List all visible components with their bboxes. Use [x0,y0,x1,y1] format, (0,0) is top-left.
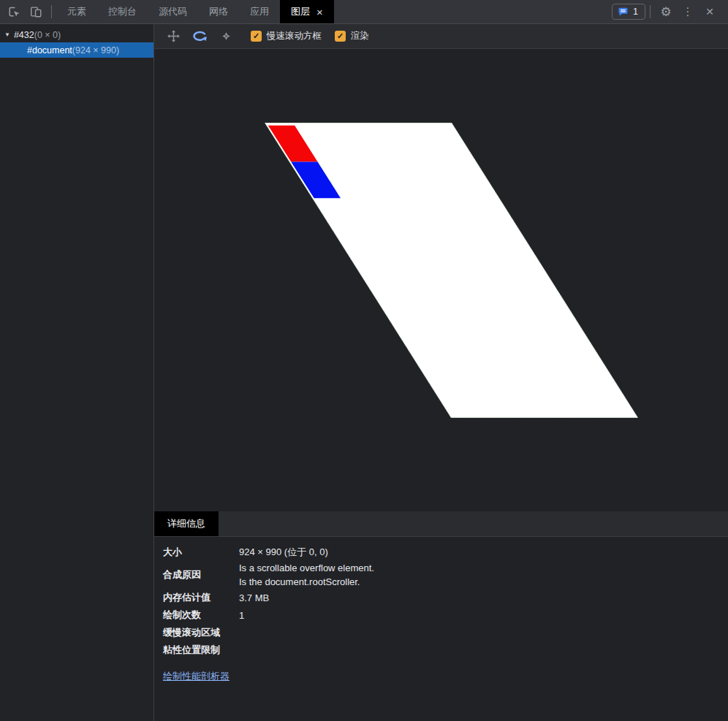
layer-size: (924 × 990) [72,45,119,56]
close-layers-tab-icon[interactable]: × [316,7,323,18]
settings-button[interactable]: ⚙ [655,1,677,23]
detail-row-size: 大小 924 × 990 (位于 0, 0) [163,543,718,561]
toggle-device-toolbar-button[interactable] [25,0,47,23]
detail-value: 924 × 990 (位于 0, 0) [239,546,328,559]
detail-value: Is a scrollable overflow element. Is the… [239,561,374,589]
layer-name: #document [27,45,72,56]
panel-tabs: 元素 控制台 源代码 网络 应用 图层 × [56,0,334,23]
detail-value: 1 [239,610,244,621]
close-devtools-button[interactable]: ✕ [699,1,721,23]
detail-label: 合成原因 [163,568,239,581]
issues-count: 1 [633,7,638,17]
details-tab-bar: 详细信息 [154,511,728,537]
close-icon: ✕ [705,6,714,18]
slow-scroll-rects-toggle[interactable]: ✓ 慢速滚动方框 [251,30,322,42]
tab-elements[interactable]: 元素 [56,0,97,23]
tab-console[interactable]: 控制台 [97,0,148,23]
device-toolbar-icon [29,5,42,18]
check-icon: ✓ [337,32,344,40]
blue-paint-rect [291,161,341,198]
layers-view-toolbar: ✓ 慢速滚动方框 ✓ 渲染 [154,24,728,49]
paints-label[interactable]: 渲染 [351,30,369,42]
collapse-arrows-icon [219,29,233,43]
detail-label: 内存估计值 [163,591,239,604]
inspect-cursor-icon [7,5,20,18]
layer-size: (0 × 0) [34,30,61,40]
tab-details[interactable]: 详细信息 [154,511,219,536]
tab-sources[interactable]: 源代码 [148,0,198,23]
checkbox-checked[interactable]: ✓ [251,31,262,42]
detail-value: 3.7 MB [239,592,269,603]
compositing-reason-2: Is the document.rootScroller. [239,575,374,589]
issues-icon [618,7,629,17]
pan-move-icon [167,29,181,43]
detail-row-slow-scroll-regions: 缓慢滚动区域 [163,624,718,641]
paint-profiler-link[interactable]: 绘制性能剖析器 [163,670,230,683]
reset-view-button[interactable] [214,26,238,47]
check-icon: ✓ [253,32,259,40]
tab-layers[interactable]: 图层 × [280,0,334,23]
issues-counter-button[interactable]: 1 [612,4,645,20]
detail-row-compositing-reasons: 合成原因 Is a scrollable overflow element. I… [163,561,718,589]
red-paint-rect [268,126,318,162]
detail-label: 大小 [163,546,239,559]
detail-row-memory: 内存估计值 3.7 MB [163,589,718,606]
detail-row-sticky-constraints: 粘性位置限制 [163,641,718,659]
toolbar-divider [51,5,52,18]
layer-name: #432 [14,30,34,40]
paints-toggle[interactable]: ✓ 渲染 [335,30,369,42]
chevron-down-icon[interactable]: ▼ [4,31,10,38]
topbar-right-controls: 1 ⚙ ⋮ ✕ [612,0,728,23]
toolbar-divider [650,5,651,18]
layer-details-panel: 详细信息 大小 924 × 990 (位于 0, 0) 合成原因 Is a sc… [154,511,728,721]
tab-network[interactable]: 网络 [198,0,239,23]
rotate-mode-button[interactable] [188,26,211,47]
slow-scroll-rects-label[interactable]: 慢速滚动方框 [267,30,322,42]
detail-row-paint-count: 绘制次数 1 [163,606,718,624]
detail-label: 缓慢滚动区域 [163,626,239,639]
layers-tree-panel: ▼ #432(0 × 0) #document(924 × 990) [0,24,154,721]
layer-tree-item-document[interactable]: #document(924 × 990) [0,42,153,58]
devtools-tab-bar: 元素 控制台 源代码 网络 应用 图层 × 1 ⚙ ⋮ ✕ [0,0,728,24]
inspect-element-button[interactable] [3,0,25,23]
gear-icon: ⚙ [660,4,671,20]
detail-label: 粘性位置限制 [163,644,239,657]
compositing-reason-1: Is a scrollable overflow element. [239,561,374,575]
detail-label: 绘制次数 [163,609,239,622]
rotate-3d-icon [192,29,208,44]
layer-tree-item-root[interactable]: ▼ #432(0 × 0) [0,27,153,42]
document-layer-quad[interactable] [265,123,638,418]
checkbox-checked[interactable]: ✓ [335,31,346,42]
details-content: 大小 924 × 990 (位于 0, 0) 合成原因 Is a scrolla… [154,537,728,683]
pan-mode-button[interactable] [162,26,185,47]
layers-3d-viewport[interactable] [154,49,728,511]
tab-application[interactable]: 应用 [239,0,280,23]
kebab-menu-icon: ⋮ [683,5,694,18]
more-options-button[interactable]: ⋮ [677,1,699,23]
